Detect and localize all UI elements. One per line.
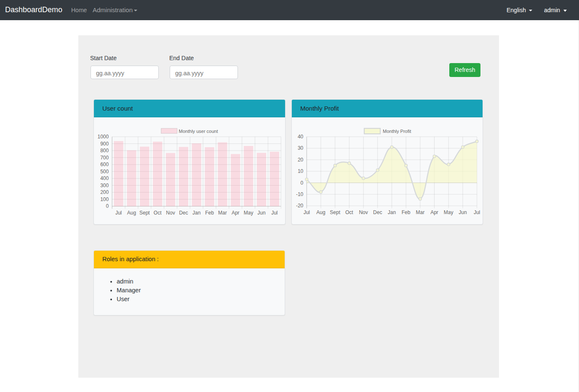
- svg-text:20: 20: [298, 157, 304, 163]
- svg-text:May: May: [444, 209, 454, 215]
- svg-text:Dec: Dec: [179, 210, 188, 216]
- svg-text:0: 0: [301, 180, 304, 186]
- svg-text:1000: 1000: [97, 134, 109, 140]
- svg-text:500: 500: [100, 169, 109, 175]
- svg-text:300: 300: [100, 183, 109, 188]
- svg-text:30: 30: [298, 145, 304, 151]
- svg-text:800: 800: [100, 148, 109, 154]
- svg-text:May: May: [244, 210, 253, 216]
- svg-text:200: 200: [100, 189, 109, 195]
- svg-text:Jul: Jul: [304, 209, 310, 215]
- svg-text:900: 900: [100, 141, 109, 147]
- svg-text:Oct: Oct: [345, 209, 353, 215]
- svg-text:100: 100: [100, 196, 109, 202]
- svg-text:Dec: Dec: [373, 209, 382, 215]
- svg-text:Apr: Apr: [430, 209, 438, 215]
- svg-text:Jul: Jul: [271, 210, 277, 216]
- svg-text:700: 700: [100, 155, 109, 161]
- svg-text:Monthly Profit: Monthly Profit: [383, 129, 411, 134]
- svg-text:-10: -10: [296, 191, 304, 197]
- svg-text:Apr: Apr: [232, 210, 240, 216]
- svg-text:Aug: Aug: [127, 210, 136, 216]
- svg-text:Jun: Jun: [257, 210, 265, 216]
- svg-text:Jan: Jan: [388, 209, 396, 215]
- svg-text:Mar: Mar: [218, 210, 227, 216]
- svg-text:Monthly user count: Monthly user count: [179, 129, 218, 134]
- svg-text:400: 400: [100, 175, 109, 181]
- svg-text:Oct: Oct: [154, 210, 162, 216]
- svg-text:Feb: Feb: [205, 210, 214, 216]
- svg-text:Jun: Jun: [459, 209, 467, 215]
- svg-text:Nov: Nov: [166, 210, 175, 216]
- svg-text:Aug: Aug: [316, 209, 325, 215]
- svg-text:0: 0: [106, 203, 109, 209]
- svg-text:Jul: Jul: [474, 209, 480, 215]
- svg-text:Feb: Feb: [402, 209, 411, 215]
- svg-text:Mar: Mar: [416, 209, 424, 215]
- svg-text:40: 40: [298, 134, 304, 140]
- svg-text:-20: -20: [296, 203, 304, 209]
- svg-text:600: 600: [100, 162, 109, 167]
- svg-text:Nov: Nov: [359, 209, 368, 215]
- svg-text:10: 10: [298, 168, 304, 174]
- svg-text:Jul: Jul: [115, 210, 122, 216]
- svg-text:Sept: Sept: [330, 209, 340, 215]
- svg-text:Sept: Sept: [139, 210, 150, 216]
- svg-text:Jan: Jan: [192, 210, 200, 216]
